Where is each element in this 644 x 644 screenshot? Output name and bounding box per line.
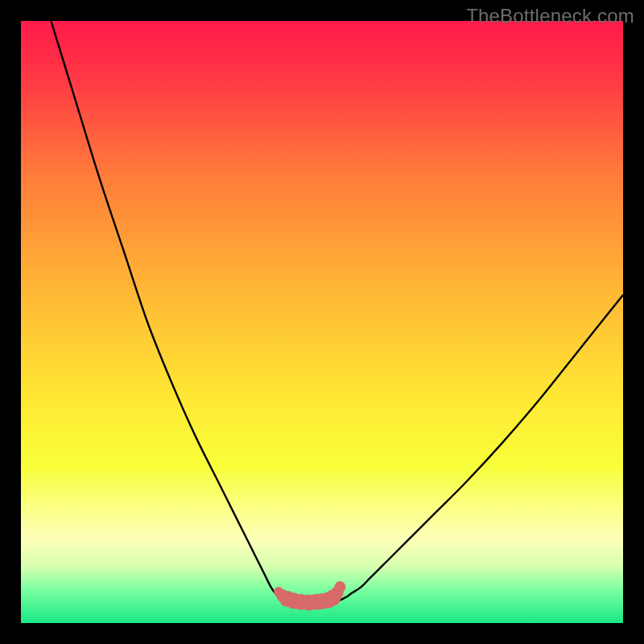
chart-frame: TheBottleneck.com: [0, 0, 644, 644]
valley-marker: [334, 581, 345, 592]
chart-background: [21, 21, 623, 623]
watermark-text: TheBottleneck.com: [466, 5, 634, 27]
bottleneck-chart: [21, 21, 623, 623]
